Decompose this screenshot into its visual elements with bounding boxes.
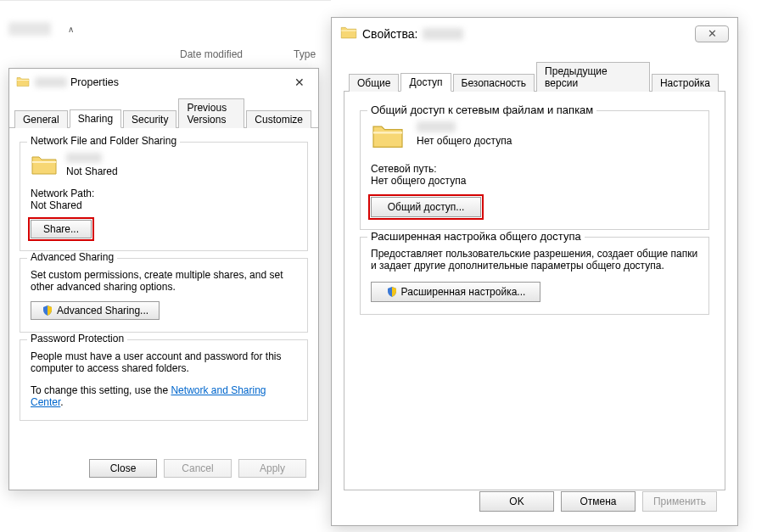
- tab-customize[interactable]: Customize: [246, 110, 311, 128]
- shield-icon: [386, 286, 398, 298]
- network-path-value: Not Shared: [31, 199, 297, 211]
- network-path-label: Network Path:: [31, 188, 297, 199]
- group-network-sharing: Общий доступ к сетевым файлам и папкам Н…: [360, 110, 709, 230]
- tab-general[interactable]: Общие: [349, 74, 399, 92]
- title-prefix: Свойства:: [362, 27, 417, 41]
- tab-security[interactable]: Безопасность: [453, 74, 535, 92]
- cancel-button[interactable]: Cancel: [164, 459, 232, 478]
- share-status: Нет общего доступа: [417, 135, 512, 147]
- close-dialog-button[interactable]: Close: [89, 459, 157, 478]
- group-password-protection: Password Protection People must have a u…: [20, 339, 308, 421]
- share-status: Not Shared: [66, 165, 118, 177]
- group-advanced-sharing: Расширенная настройка общего доступа Пре…: [360, 237, 709, 315]
- group-legend-adv: Advanced Sharing: [27, 251, 117, 263]
- ok-button[interactable]: OK: [479, 491, 554, 512]
- folder-icon: [371, 121, 405, 153]
- folder-name-blur: [66, 153, 102, 163]
- group-legend-nfs: Общий доступ к сетевым файлам и папкам: [367, 104, 596, 116]
- apply-button[interactable]: Применить: [642, 491, 717, 512]
- password-desc-2-suffix: .: [60, 396, 63, 408]
- apply-button[interactable]: Apply: [238, 459, 306, 478]
- group-legend-adv: Расширенная настройка общего доступа: [367, 230, 585, 243]
- shield-icon: [42, 305, 53, 316]
- network-path-value: Нет общего доступа: [371, 175, 698, 187]
- group-legend-nfs: Network File and Folder Sharing: [27, 135, 180, 147]
- folder-icon: [340, 25, 357, 42]
- properties-dialog-ru: Свойства: ✕ Общие Доступ Безопасность Пр…: [331, 17, 738, 526]
- network-path-label: Сетевой путь:: [371, 163, 698, 175]
- group-network-sharing: Network File and Folder Sharing Not Shar…: [20, 142, 308, 251]
- folder-name-blur: [417, 121, 456, 132]
- close-button[interactable]: ✕: [695, 25, 729, 42]
- password-desc-2-prefix: To change this setting, use the: [31, 384, 171, 396]
- group-legend-pwd: Password Protection: [27, 333, 127, 344]
- folder-name-blur: [35, 77, 67, 87]
- explorer-blur: [8, 22, 51, 36]
- advanced-sharing-button[interactable]: Advanced Sharing...: [31, 301, 160, 320]
- advanced-sharing-desc: Предоставляет пользовательские разрешени…: [371, 248, 698, 272]
- column-header-type[interactable]: Type: [294, 48, 316, 60]
- password-desc-1: People must have a user account and pass…: [31, 350, 297, 374]
- share-button[interactable]: Общий доступ...: [371, 197, 481, 217]
- tab-previous-versions[interactable]: Предыдущие версии: [536, 62, 650, 92]
- tab-previous-versions[interactable]: Previous Versions: [178, 98, 244, 128]
- column-header-date[interactable]: Date modified: [180, 48, 243, 60]
- tab-sharing[interactable]: Доступ: [400, 73, 451, 92]
- titlebar-en: Properties ✕: [9, 69, 318, 94]
- group-advanced-sharing: Advanced Sharing Set custom permissions,…: [20, 258, 308, 333]
- properties-dialog-en: Properties ✕ General Sharing Security Pr…: [8, 68, 319, 490]
- close-button[interactable]: ✕: [288, 74, 311, 91]
- explorer-background: ∧ Date modified Type: [0, 0, 331, 68]
- tab-customize[interactable]: Настройка: [652, 74, 719, 92]
- folder-icon: [16, 76, 30, 90]
- advanced-sharing-button-label: Advanced Sharing...: [57, 305, 148, 316]
- tabs-ru: Общие Доступ Безопасность Предыдущие вер…: [344, 61, 725, 92]
- advanced-sharing-button[interactable]: Расширенная настройка...: [371, 282, 540, 302]
- tab-sharing[interactable]: Sharing: [70, 109, 121, 128]
- tabs-en: General Sharing Security Previous Versio…: [9, 98, 318, 128]
- tab-security[interactable]: Security: [123, 110, 176, 128]
- folder-icon: [31, 153, 58, 179]
- explorer-sort-indicator: ∧: [68, 25, 74, 34]
- titlebar-ru: Свойства: ✕: [332, 18, 737, 49]
- cancel-button[interactable]: Отмена: [561, 491, 636, 512]
- folder-name-blur: [423, 28, 463, 40]
- title-suffix: Properties: [70, 76, 119, 88]
- advanced-sharing-button-label: Расширенная настройка...: [401, 286, 526, 298]
- tab-general[interactable]: General: [14, 110, 68, 128]
- advanced-sharing-desc: Set custom permissions, create multiple …: [31, 269, 297, 293]
- share-button[interactable]: Share...: [31, 220, 92, 238]
